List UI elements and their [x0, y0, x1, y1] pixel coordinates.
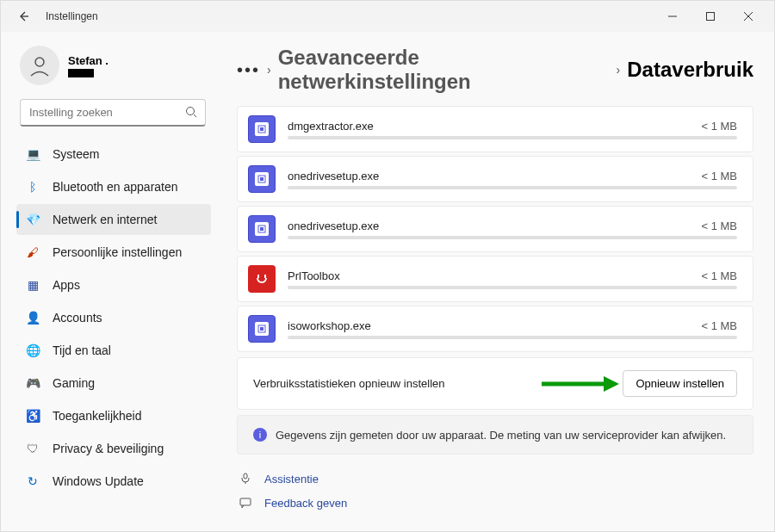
installer-app-icon: [248, 215, 276, 243]
app-name: onedrivesetup.exe: [288, 220, 379, 232]
person-icon: [27, 53, 53, 78]
sidebar-item-label: Bluetooth en apparaten: [53, 180, 178, 194]
settings-window: Instellingen Stefan . 💻SysteemᛒBluet: [0, 0, 775, 532]
feedback-link[interactable]: Feedback geven: [239, 496, 753, 510]
sidebar-item-icon: ᛒ: [25, 179, 40, 195]
minimize-button[interactable]: [654, 1, 691, 32]
minimize-icon: [668, 12, 677, 21]
app-data-usage: < 1 MB: [701, 170, 737, 182]
sidebar-item-2[interactable]: 💎Netwerk en internet: [16, 204, 211, 235]
sidebar-item-icon: 🎮: [25, 375, 40, 391]
installer-app-icon: [248, 315, 276, 343]
svg-rect-6: [260, 177, 264, 181]
svg-rect-0: [707, 13, 715, 21]
app-name: onedrivesetup.exe: [288, 170, 379, 182]
sidebar: Stefan . 💻SysteemᛒBluetooth en apparaten…: [1, 32, 220, 531]
sidebar-item-label: Windows Update: [53, 474, 144, 488]
svg-point-1: [35, 58, 44, 66]
app-name: PrlToolbox: [288, 269, 340, 282]
app-usage-bar: [288, 336, 737, 339]
app-name: dmgextractor.exe: [288, 120, 374, 133]
breadcrumb-more-icon[interactable]: •••: [237, 61, 260, 78]
app-info: dmgextractor.exe< 1 MB: [288, 120, 737, 139]
info-icon: i: [253, 428, 267, 442]
svg-rect-10: [260, 327, 264, 331]
maximize-icon: [706, 12, 715, 21]
arrow-left-icon: [16, 9, 30, 23]
info-text: Gegevens zijn gemeten door uw apparaat. …: [276, 429, 726, 442]
chevron-right-icon: ›: [617, 63, 621, 77]
app-usage-row[interactable]: dmgextractor.exe< 1 MB: [237, 106, 753, 152]
avatar: [20, 46, 59, 85]
breadcrumb: ••• › Geavanceerde netwerkinstellingen ›…: [237, 46, 753, 94]
search-wrapper: [20, 99, 206, 127]
app-usage-bar: [288, 136, 737, 139]
help-link[interactable]: Assistentie: [239, 472, 753, 486]
window-title: Instellingen: [46, 10, 98, 22]
svg-marker-12: [604, 376, 619, 392]
back-button[interactable]: [8, 1, 39, 32]
app-usage-row[interactable]: PrlToolbox< 1 MB: [237, 256, 753, 302]
app-usage-row[interactable]: isoworkshop.exe< 1 MB: [237, 306, 753, 352]
svg-rect-13: [244, 473, 247, 479]
sidebar-item-label: Persoonlijke instellingen: [53, 245, 182, 259]
search-icon: [185, 106, 197, 121]
installer-app-icon: [248, 115, 276, 143]
sidebar-item-icon: 🖌: [25, 244, 40, 260]
sidebar-item-8[interactable]: ♿Toegankelijkheid: [16, 400, 211, 431]
sidebar-item-3[interactable]: 🖌Persoonlijke instellingen: [16, 237, 211, 268]
reset-stats-label: Verbruiksstatistieken opnieuw instellen: [253, 377, 445, 390]
maximize-button[interactable]: [691, 1, 729, 32]
reset-stats-button[interactable]: Opnieuw instellen: [623, 370, 737, 397]
app-usage-row[interactable]: onedrivesetup.exe< 1 MB: [237, 156, 753, 202]
sidebar-item-0[interactable]: 💻Systeem: [16, 139, 211, 170]
window-controls: [654, 1, 767, 32]
sidebar-item-7[interactable]: 🎮Gaming: [16, 368, 211, 399]
main-panel: ••• › Geavanceerde netwerkinstellingen ›…: [220, 32, 774, 531]
app-data-usage: < 1 MB: [701, 269, 737, 282]
feedback-icon: [239, 496, 252, 510]
installer-app-icon: [248, 165, 276, 193]
sidebar-item-icon: 👤: [25, 310, 40, 325]
sidebar-item-9[interactable]: 🛡Privacy & beveiliging: [16, 433, 211, 464]
app-usage-bar: [288, 286, 737, 289]
help-link-label: Assistentie: [264, 473, 319, 486]
sidebar-item-6[interactable]: 🌐Tijd en taal: [16, 335, 211, 366]
close-button[interactable]: [729, 1, 767, 32]
footer-links: Assistentie Feedback geven: [237, 472, 753, 510]
app-data-usage: < 1 MB: [701, 220, 737, 232]
sidebar-item-label: Gaming: [53, 376, 95, 390]
app-usage-list: dmgextractor.exe< 1 MBonedrivesetup.exe<…: [237, 106, 753, 352]
app-usage-bar: [288, 186, 737, 189]
breadcrumb-current: Dataverbruik: [627, 58, 753, 82]
sidebar-item-icon: 💻: [25, 146, 40, 162]
app-name: isoworkshop.exe: [288, 319, 371, 332]
sidebar-item-label: Systeem: [53, 147, 99, 161]
sidebar-item-icon: ↻: [25, 473, 40, 489]
sidebar-item-label: Privacy & beveiliging: [53, 442, 164, 455]
sidebar-item-label: Netwerk en internet: [53, 213, 157, 226]
app-info: PrlToolbox< 1 MB: [288, 269, 737, 289]
breadcrumb-parent[interactable]: Geavanceerde netwerkinstellingen: [278, 46, 610, 94]
sidebar-item-label: Toegankelijkheid: [53, 409, 142, 423]
sidebar-item-label: Apps: [53, 278, 80, 292]
app-usage-row[interactable]: onedrivesetup.exe< 1 MB: [237, 206, 753, 252]
sidebar-item-4[interactable]: ▦Apps: [16, 269, 211, 300]
sidebar-item-5[interactable]: 👤Accounts: [16, 302, 211, 333]
content: Stefan . 💻SysteemᛒBluetooth en apparaten…: [1, 32, 774, 531]
chevron-right-icon: ›: [267, 63, 271, 77]
sidebar-item-10[interactable]: ↻Windows Update: [16, 466, 211, 497]
annotation-arrow-icon: [542, 374, 619, 394]
app-data-usage: < 1 MB: [701, 120, 737, 133]
app-usage-bar: [288, 236, 737, 239]
help-icon: [239, 472, 252, 486]
sidebar-item-label: Accounts: [53, 311, 102, 325]
svg-rect-4: [260, 127, 264, 131]
svg-rect-8: [260, 227, 264, 231]
sidebar-item-icon: 🌐: [25, 343, 40, 358]
search-input[interactable]: [20, 99, 206, 127]
reset-stats-row: Verbruiksstatistieken opnieuw instellen …: [237, 357, 753, 410]
sidebar-item-icon: 💎: [25, 212, 40, 227]
user-account[interactable]: Stefan .: [16, 42, 220, 99]
sidebar-item-1[interactable]: ᛒBluetooth en apparaten: [16, 171, 211, 202]
